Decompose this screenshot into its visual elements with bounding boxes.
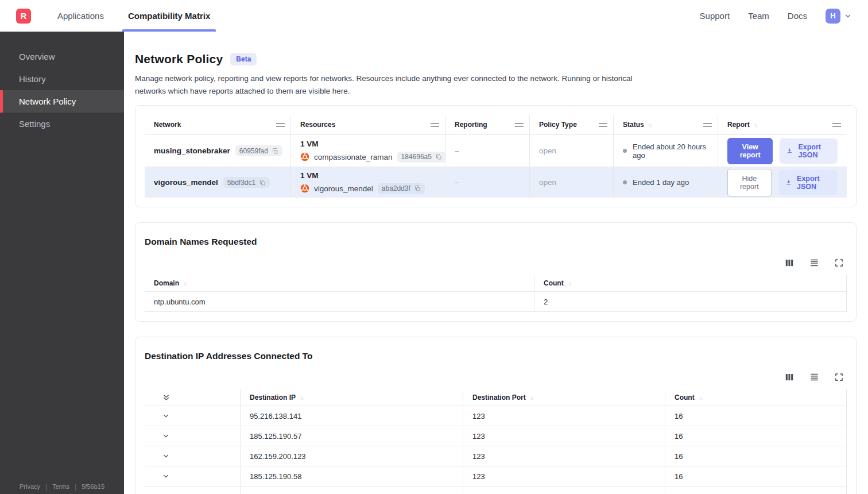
copy-icon[interactable]: [435, 153, 442, 160]
sidebar-item-history[interactable]: History: [0, 68, 124, 90]
chevron-down-icon[interactable]: [162, 412, 170, 420]
nav-link-team[interactable]: Team: [748, 11, 769, 21]
sort-icon[interactable]: ↑↓: [300, 394, 303, 400]
fullscreen-icon[interactable]: [835, 373, 843, 381]
divider: |: [75, 483, 76, 491]
chevron-down-icon[interactable]: [162, 472, 170, 480]
terms-link[interactable]: Terms: [52, 483, 69, 490]
col-header-policy-type[interactable]: Policy Type: [530, 115, 614, 134]
column-resize-handle-icon[interactable]: [832, 123, 841, 127]
table-row: 162.159.200.123 123 16: [145, 446, 846, 466]
app-logo[interactable]: R: [16, 9, 31, 24]
hide-report-button[interactable]: Hide report: [727, 169, 772, 196]
copy-icon[interactable]: [272, 148, 278, 155]
row-expander[interactable]: [145, 466, 240, 486]
network-name: vigorous_mendel: [154, 178, 218, 187]
page-title: Network Policy: [135, 52, 223, 66]
col-header-resources[interactable]: Resources: [291, 115, 445, 134]
copy-icon[interactable]: [414, 185, 421, 192]
network-name: musing_stonebraker: [154, 146, 230, 155]
port-cell: 123: [463, 446, 665, 466]
column-resize-handle-icon[interactable]: [431, 123, 439, 127]
rows-density-icon[interactable]: [809, 373, 819, 381]
sidebar-item-overview[interactable]: Overview: [0, 45, 124, 68]
nav-link-support[interactable]: Support: [700, 11, 730, 21]
row-expander[interactable]: [145, 487, 240, 494]
col-header-reporting[interactable]: Reporting: [445, 115, 530, 134]
col-header-destination-port[interactable]: Destination Port ↑↓: [463, 389, 665, 406]
privacy-link[interactable]: Privacy: [20, 483, 40, 490]
ip-cell: 162.159.200.123: [240, 446, 463, 466]
vm-id-pill[interactable]: aba2dd3f: [378, 183, 425, 194]
domain-cell: ntp.ubuntu.com: [145, 292, 534, 311]
column-resize-handle-icon[interactable]: [515, 123, 524, 127]
row-expander[interactable]: [145, 426, 240, 446]
network-cell: vigorous_mendel 5bdf3dc1: [145, 167, 291, 198]
col-header-network[interactable]: Network: [145, 115, 291, 134]
ip-cell: 185.125.190.58: [240, 466, 463, 486]
nav-tab-applications[interactable]: Applications: [52, 0, 110, 32]
copy-icon[interactable]: [259, 179, 266, 186]
table-row: 185.125.190.57 123 16: [145, 426, 846, 446]
domain-table-header: Domain ↑↓ Count ↑↓: [145, 275, 846, 291]
status-text: Ended about 20 hours ago: [633, 142, 708, 160]
sort-icon[interactable]: ↑↓: [530, 394, 533, 400]
page-description: Manage network policy, reporting and vie…: [135, 72, 639, 97]
vm-id-pill[interactable]: 184696a5: [397, 152, 446, 163]
row-expander[interactable]: [145, 406, 240, 426]
export-json-button[interactable]: Export JSON: [780, 138, 838, 164]
nav-link-docs[interactable]: Docs: [788, 11, 807, 21]
ip-cell: 95.216.100.21: [240, 487, 463, 494]
sidebar-item-network-policy[interactable]: Network Policy: [0, 90, 124, 113]
sort-icon[interactable]: ↑↓: [754, 121, 757, 128]
double-chevron-down-icon[interactable]: [162, 393, 170, 402]
user-menu[interactable]: H: [826, 9, 852, 24]
table-row: 95.216.100.21 123 16: [145, 486, 846, 494]
avatar[interactable]: H: [826, 9, 840, 24]
chevron-down-icon[interactable]: [162, 432, 170, 440]
view-report-button[interactable]: View report: [727, 138, 773, 164]
export-json-button[interactable]: Export JSON: [778, 170, 838, 195]
sort-icon[interactable]: ↑↓: [183, 280, 187, 286]
fullscreen-icon[interactable]: [835, 258, 843, 267]
report-cell: View report Export JSON: [718, 135, 847, 167]
col-header-report[interactable]: Report ↑↓: [718, 115, 847, 134]
col-header-count[interactable]: Count ↑↓: [665, 389, 846, 406]
card-title: Destination IP Addresses Connected To: [145, 346, 847, 361]
primary-nav: Applications Compatibility Matrix: [52, 0, 228, 32]
chevron-down-icon: [844, 12, 852, 20]
expand-all-header[interactable]: [145, 389, 240, 406]
status-cell: Ended 1 day ago: [614, 167, 718, 198]
sidebar-item-settings[interactable]: Settings: [0, 113, 124, 135]
columns-icon[interactable]: [785, 258, 794, 267]
vm-name[interactable]: compassionate_raman: [314, 153, 393, 161]
table-toolbar: [145, 373, 843, 381]
columns-icon[interactable]: [785, 373, 794, 381]
network-cell: musing_stonebraker 60959fad: [145, 135, 291, 167]
column-resize-handle-icon[interactable]: [276, 123, 285, 127]
col-header-status[interactable]: Status ↑↓: [614, 115, 718, 134]
col-header-count[interactable]: Count ↑↓: [534, 275, 846, 291]
sort-icon[interactable]: ↑↓: [699, 394, 702, 400]
chevron-down-icon[interactable]: [162, 452, 170, 460]
ip-cell: 95.216.138.141: [240, 406, 463, 426]
network-id-pill[interactable]: 60959fad: [235, 145, 282, 156]
vm-name[interactable]: vigorous_mendel: [314, 184, 373, 193]
network-id-pill[interactable]: 5bdf3dc1: [223, 177, 270, 188]
sort-icon[interactable]: ↑↓: [648, 121, 652, 128]
nav-tab-compatibility-matrix[interactable]: Compatibility Matrix: [122, 0, 216, 32]
networks-card: Network Resources Reporting: [135, 105, 857, 207]
table-row-selected: vigorous_mendel 5bdf3dc1 1 VM: [145, 167, 847, 198]
resource-count: 1 VM: [300, 171, 319, 180]
column-resize-handle-icon[interactable]: [703, 123, 712, 127]
col-header-domain[interactable]: Domain ↑↓: [145, 275, 534, 291]
reporting-cell: –: [445, 135, 530, 167]
col-header-destination-ip[interactable]: Destination IP ↑↓: [240, 389, 463, 406]
destination-ips-card: Destination IP Addresses Connected To: [135, 337, 857, 494]
sort-icon[interactable]: ↑↓: [568, 280, 571, 286]
rows-density-icon[interactable]: [809, 258, 819, 267]
row-expander[interactable]: [145, 446, 240, 466]
status-cell: Ended about 20 hours ago: [614, 135, 718, 167]
column-resize-handle-icon[interactable]: [599, 123, 607, 127]
report-cell: Hide report Export JSON: [718, 167, 847, 198]
